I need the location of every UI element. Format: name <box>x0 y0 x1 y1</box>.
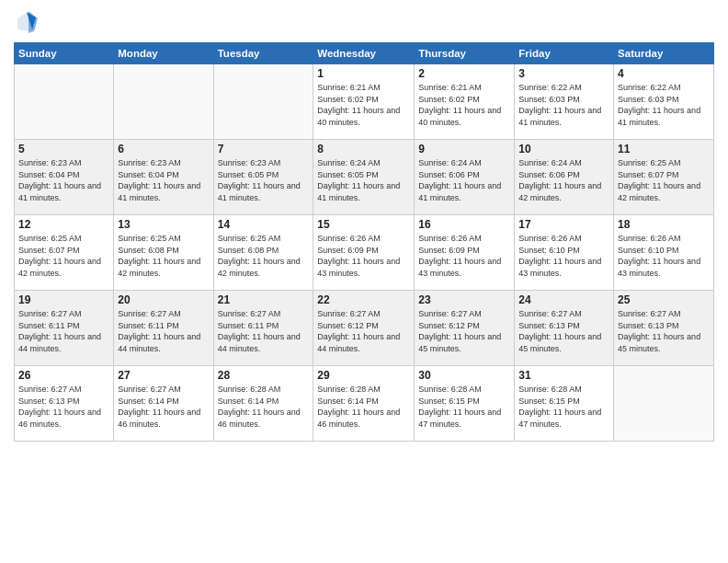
calendar-cell: 4Sunrise: 6:22 AM Sunset: 6:03 PM Daylig… <box>614 64 714 140</box>
day-number: 25 <box>618 293 710 306</box>
day-info: Sunrise: 6:24 AM Sunset: 6:06 PM Dayligh… <box>418 157 510 203</box>
calendar-cell: 3Sunrise: 6:22 AM Sunset: 6:03 PM Daylig… <box>515 64 614 140</box>
day-number: 6 <box>118 143 209 155</box>
day-info: Sunrise: 6:25 AM Sunset: 6:07 PM Dayligh… <box>18 233 109 279</box>
day-info: Sunrise: 6:27 AM Sunset: 6:13 PM Dayligh… <box>518 308 609 354</box>
day-number: 15 <box>317 218 410 231</box>
day-info: Sunrise: 6:27 AM Sunset: 6:12 PM Dayligh… <box>418 308 510 354</box>
weekday-sunday: Sunday <box>15 43 114 64</box>
day-number: 17 <box>518 218 609 231</box>
weekday-thursday: Thursday <box>415 43 515 64</box>
header <box>14 9 714 35</box>
day-info: Sunrise: 6:21 AM Sunset: 6:02 PM Dayligh… <box>418 82 510 128</box>
weekday-saturday: Saturday <box>614 43 714 64</box>
day-info: Sunrise: 6:26 AM Sunset: 6:09 PM Dayligh… <box>418 233 510 279</box>
calendar-cell: 5Sunrise: 6:23 AM Sunset: 6:04 PM Daylig… <box>15 140 114 215</box>
day-number: 7 <box>218 143 310 155</box>
day-info: Sunrise: 6:26 AM Sunset: 6:10 PM Dayligh… <box>518 233 609 279</box>
calendar-cell: 15Sunrise: 6:26 AM Sunset: 6:09 PM Dayli… <box>313 215 415 291</box>
day-number: 16 <box>418 218 510 231</box>
calendar-cell: 26Sunrise: 6:27 AM Sunset: 6:13 PM Dayli… <box>15 366 114 442</box>
day-info: Sunrise: 6:23 AM Sunset: 6:05 PM Dayligh… <box>218 157 310 203</box>
calendar-cell: 10Sunrise: 6:24 AM Sunset: 6:06 PM Dayli… <box>515 140 614 215</box>
day-number: 26 <box>18 369 109 382</box>
weekday-tuesday: Tuesday <box>213 43 313 64</box>
day-number: 31 <box>518 369 609 382</box>
day-number: 9 <box>418 143 510 155</box>
day-number: 13 <box>118 218 209 231</box>
calendar-cell: 25Sunrise: 6:27 AM Sunset: 6:13 PM Dayli… <box>614 291 714 366</box>
calendar: SundayMondayTuesdayWednesdayThursdayFrid… <box>14 42 714 442</box>
day-info: Sunrise: 6:27 AM Sunset: 6:11 PM Dayligh… <box>18 308 109 354</box>
day-number: 11 <box>618 143 710 155</box>
day-info: Sunrise: 6:23 AM Sunset: 6:04 PM Dayligh… <box>118 157 209 203</box>
day-info: Sunrise: 6:22 AM Sunset: 6:03 PM Dayligh… <box>518 82 609 128</box>
calendar-cell: 30Sunrise: 6:28 AM Sunset: 6:15 PM Dayli… <box>415 366 515 442</box>
day-number: 1 <box>317 67 410 80</box>
calendar-cell: 31Sunrise: 6:28 AM Sunset: 6:15 PM Dayli… <box>515 366 614 442</box>
calendar-cell: 2Sunrise: 6:21 AM Sunset: 6:02 PM Daylig… <box>415 64 515 140</box>
weekday-wednesday: Wednesday <box>313 43 415 64</box>
day-info: Sunrise: 6:27 AM Sunset: 6:11 PM Dayligh… <box>218 308 310 354</box>
day-info: Sunrise: 6:24 AM Sunset: 6:06 PM Dayligh… <box>518 157 609 203</box>
day-info: Sunrise: 6:21 AM Sunset: 6:02 PM Dayligh… <box>317 82 410 128</box>
logo-icon <box>14 9 40 35</box>
calendar-cell: 23Sunrise: 6:27 AM Sunset: 6:12 PM Dayli… <box>415 291 515 366</box>
day-number: 20 <box>118 293 209 306</box>
day-info: Sunrise: 6:25 AM Sunset: 6:08 PM Dayligh… <box>118 233 209 279</box>
day-info: Sunrise: 6:27 AM Sunset: 6:14 PM Dayligh… <box>118 384 209 430</box>
week-row-4: 26Sunrise: 6:27 AM Sunset: 6:13 PM Dayli… <box>15 366 714 442</box>
calendar-cell: 27Sunrise: 6:27 AM Sunset: 6:14 PM Dayli… <box>114 366 213 442</box>
calendar-cell: 29Sunrise: 6:28 AM Sunset: 6:14 PM Dayli… <box>313 366 415 442</box>
calendar-cell: 14Sunrise: 6:25 AM Sunset: 6:08 PM Dayli… <box>213 215 313 291</box>
day-number: 2 <box>418 67 510 80</box>
day-info: Sunrise: 6:28 AM Sunset: 6:15 PM Dayligh… <box>518 384 609 430</box>
day-info: Sunrise: 6:26 AM Sunset: 6:09 PM Dayligh… <box>317 233 410 279</box>
calendar-cell <box>213 64 313 140</box>
calendar-cell: 11Sunrise: 6:25 AM Sunset: 6:07 PM Dayli… <box>614 140 714 215</box>
calendar-cell: 20Sunrise: 6:27 AM Sunset: 6:11 PM Dayli… <box>114 291 213 366</box>
calendar-cell: 12Sunrise: 6:25 AM Sunset: 6:07 PM Dayli… <box>15 215 114 291</box>
calendar-cell: 9Sunrise: 6:24 AM Sunset: 6:06 PM Daylig… <box>415 140 515 215</box>
day-info: Sunrise: 6:28 AM Sunset: 6:14 PM Dayligh… <box>218 384 310 430</box>
calendar-cell: 28Sunrise: 6:28 AM Sunset: 6:14 PM Dayli… <box>213 366 313 442</box>
calendar-cell: 22Sunrise: 6:27 AM Sunset: 6:12 PM Dayli… <box>313 291 415 366</box>
calendar-cell <box>114 64 213 140</box>
week-row-3: 19Sunrise: 6:27 AM Sunset: 6:11 PM Dayli… <box>15 291 714 366</box>
day-info: Sunrise: 6:27 AM Sunset: 6:13 PM Dayligh… <box>618 308 710 354</box>
week-row-1: 5Sunrise: 6:23 AM Sunset: 6:04 PM Daylig… <box>15 140 714 215</box>
week-row-2: 12Sunrise: 6:25 AM Sunset: 6:07 PM Dayli… <box>15 215 714 291</box>
week-row-0: 1Sunrise: 6:21 AM Sunset: 6:02 PM Daylig… <box>15 64 714 140</box>
day-info: Sunrise: 6:28 AM Sunset: 6:15 PM Dayligh… <box>418 384 510 430</box>
day-info: Sunrise: 6:27 AM Sunset: 6:11 PM Dayligh… <box>118 308 209 354</box>
calendar-cell: 24Sunrise: 6:27 AM Sunset: 6:13 PM Dayli… <box>515 291 614 366</box>
weekday-friday: Friday <box>515 43 614 64</box>
day-info: Sunrise: 6:27 AM Sunset: 6:12 PM Dayligh… <box>317 308 410 354</box>
day-number: 23 <box>418 293 510 306</box>
day-info: Sunrise: 6:22 AM Sunset: 6:03 PM Dayligh… <box>618 82 710 128</box>
calendar-cell <box>614 366 714 442</box>
day-number: 18 <box>618 218 710 231</box>
day-number: 30 <box>418 369 510 382</box>
day-number: 3 <box>518 67 609 80</box>
day-number: 4 <box>618 67 710 80</box>
day-info: Sunrise: 6:23 AM Sunset: 6:04 PM Dayligh… <box>18 157 109 203</box>
day-info: Sunrise: 6:25 AM Sunset: 6:08 PM Dayligh… <box>218 233 310 279</box>
day-number: 19 <box>18 293 109 306</box>
day-info: Sunrise: 6:26 AM Sunset: 6:10 PM Dayligh… <box>618 233 710 279</box>
calendar-cell: 21Sunrise: 6:27 AM Sunset: 6:11 PM Dayli… <box>213 291 313 366</box>
day-number: 24 <box>518 293 609 306</box>
calendar-cell: 19Sunrise: 6:27 AM Sunset: 6:11 PM Dayli… <box>15 291 114 366</box>
calendar-cell: 6Sunrise: 6:23 AM Sunset: 6:04 PM Daylig… <box>114 140 213 215</box>
weekday-header-row: SundayMondayTuesdayWednesdayThursdayFrid… <box>15 43 714 64</box>
day-number: 12 <box>18 218 109 231</box>
day-number: 8 <box>317 143 410 155</box>
day-number: 14 <box>218 218 310 231</box>
weekday-monday: Monday <box>114 43 213 64</box>
day-number: 10 <box>518 143 609 155</box>
calendar-cell: 18Sunrise: 6:26 AM Sunset: 6:10 PM Dayli… <box>614 215 714 291</box>
day-number: 27 <box>118 369 209 382</box>
day-number: 5 <box>18 143 109 155</box>
day-info: Sunrise: 6:24 AM Sunset: 6:05 PM Dayligh… <box>317 157 410 203</box>
calendar-cell <box>15 64 114 140</box>
